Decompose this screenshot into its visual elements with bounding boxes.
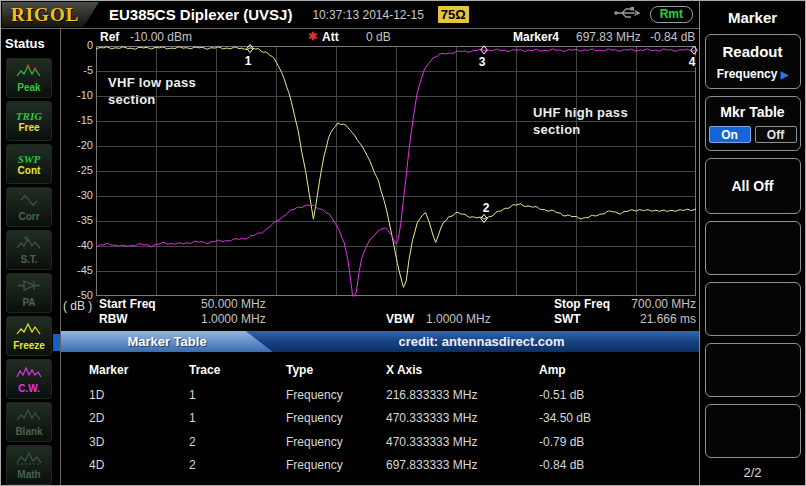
- status-item-preamp: PA: [6, 273, 52, 313]
- softkey-menu-panel: Marker Readout Frequency ▶ Mkr Table On …: [699, 1, 805, 485]
- start-freq-value: 50.000 MHz: [201, 297, 266, 311]
- mkr-table-label: Mkr Table: [720, 104, 784, 120]
- status-item-corr: Corr: [6, 187, 52, 227]
- y-tick: -40: [61, 239, 93, 251]
- status-label: PA: [22, 297, 35, 308]
- status-label: Free: [18, 122, 39, 133]
- status-item-blank: Blank: [6, 402, 52, 442]
- credit-text: credit: antennasdirect.com: [273, 331, 690, 352]
- cell-xaxis: 697.833333 MHz: [386, 458, 539, 472]
- col-type: Type: [286, 363, 386, 377]
- titlebar-right: Rmt: [613, 6, 693, 24]
- status-item-cw: C.W.: [6, 359, 52, 399]
- preamp-icon: [16, 278, 42, 297]
- y-tick: -5: [61, 64, 93, 76]
- status-item-trigger: TRIG Free: [6, 101, 52, 141]
- svg-text:2: 2: [483, 201, 490, 215]
- status-label: Math: [17, 469, 40, 480]
- marker-table-header-row: Marker Trace Type X Axis Amp: [61, 357, 700, 383]
- submenu-arrow-icon: ▶: [781, 69, 789, 80]
- analyzer-screen: RIGOL EU385CS Diplexer (UVSJ) 10:37:13 2…: [0, 0, 806, 486]
- table-row: 2D 1 Frequency 470.333333 MHz -34.50 dB: [61, 407, 700, 431]
- softkey-blank[interactable]: [705, 221, 801, 275]
- cell-type: Frequency: [286, 411, 386, 425]
- all-off-button[interactable]: All Off: [705, 158, 801, 214]
- rigol-logo: RIGOL: [2, 2, 99, 27]
- cell-trace: 1: [189, 388, 286, 402]
- status-item-peak: Peak: [6, 58, 52, 98]
- marker-readout-freq: 697.83 MHz: [576, 30, 641, 44]
- cell-amp: -34.50 dB: [539, 411, 700, 425]
- att-label: Att: [322, 30, 339, 44]
- status-item-freeze: Freeze: [6, 316, 52, 356]
- menu-title: Marker: [728, 9, 777, 26]
- marker-table-title: Marker Table: [127, 334, 206, 349]
- swt-value: 21.666 ms: [606, 312, 696, 326]
- marker-readout-amp: -0.84 dB: [650, 30, 695, 44]
- status-item-math: Math: [6, 445, 52, 485]
- marker-table: Marker Trace Type X Axis Amp 1D 1 Freque…: [61, 357, 700, 477]
- impedance-badge: 75Ω: [438, 6, 469, 23]
- blank-waveform-icon: [16, 407, 42, 426]
- vbw-label: VBW: [386, 312, 414, 326]
- status-label: Corr: [18, 211, 39, 222]
- y-axis-unit: ( dB ): [63, 299, 92, 313]
- status-label: Cont: [18, 165, 41, 176]
- ref-value: -10.00 dBm: [130, 30, 192, 44]
- cell-marker: 4D: [89, 458, 189, 472]
- table-row: 3D 2 Frequency 470.333333 MHz -0.79 dB: [61, 430, 700, 454]
- y-tick: -20: [61, 139, 93, 151]
- cw-waveform-icon: [16, 364, 42, 383]
- softkey-blank[interactable]: [705, 343, 801, 397]
- cell-trace: 1: [189, 411, 286, 425]
- cell-xaxis: 470.333333 MHz: [386, 411, 539, 425]
- readout-value: Frequency ▶: [717, 67, 789, 81]
- usb-icon: [613, 6, 640, 24]
- att-override-star: ✱: [308, 30, 317, 43]
- cell-type: Frequency: [286, 458, 386, 472]
- correction-icon: [16, 193, 42, 211]
- remote-indicator: Rmt: [650, 6, 693, 23]
- mkr-table-on-option[interactable]: On: [709, 126, 751, 143]
- table-row: 1D 1 Frequency 216.833333 MHz -0.51 dB: [61, 383, 700, 407]
- readout-label: Readout: [723, 43, 783, 60]
- peak-waveform-icon: [16, 63, 42, 82]
- y-tick: -10: [61, 89, 93, 101]
- swp-text-icon: SWP: [18, 153, 41, 165]
- softkey-blank[interactable]: [705, 404, 801, 458]
- marker-readout-label: Marker4: [513, 30, 559, 44]
- y-tick: -35: [61, 214, 93, 226]
- cell-marker: 1D: [89, 388, 189, 402]
- softkey-blank[interactable]: [705, 282, 801, 336]
- cell-trace: 2: [189, 435, 286, 449]
- status-item-sweep: SWP Cont: [6, 144, 52, 184]
- ref-label: Ref: [100, 30, 119, 44]
- y-tick: -25: [61, 164, 93, 176]
- readout-button[interactable]: Readout Frequency ▶: [705, 34, 801, 89]
- marker-table-title-block: Marker Table: [61, 331, 273, 352]
- cell-marker: 3D: [89, 435, 189, 449]
- status-label: C.W.: [18, 383, 40, 394]
- measurement-area: Ref -10.00 dBm ✱ Att 0 dB Marker4 697.83…: [61, 29, 699, 485]
- cell-trace: 2: [189, 458, 286, 472]
- y-tick: -45: [61, 264, 93, 276]
- svg-text:1: 1: [245, 54, 252, 68]
- mkr-table-button[interactable]: Mkr Table On Off: [705, 96, 801, 151]
- att-value: 0 dB: [366, 30, 391, 44]
- status-item-sweep-time: S.T.: [6, 230, 52, 270]
- table-row: 4D 2 Frequency 697.833333 MHz -0.84 dB: [61, 454, 700, 478]
- measurement-title: EU385CS Diplexer (UVSJ): [109, 6, 292, 23]
- cell-amp: -0.79 dB: [539, 435, 700, 449]
- status-sidebar: Status Peak TRIG Free SWP Cont: [1, 29, 61, 485]
- status-label: S.T.: [20, 254, 37, 265]
- col-marker: Marker: [89, 363, 189, 377]
- start-freq-label: Start Freq: [99, 297, 156, 311]
- y-tick: -15: [61, 114, 93, 126]
- col-amp: Amp: [539, 363, 700, 377]
- stop-freq-label: Stop Freq: [554, 297, 610, 311]
- math-waveform-icon: [16, 450, 42, 469]
- cell-marker: 2D: [89, 411, 189, 425]
- cell-xaxis: 216.833333 MHz: [386, 388, 539, 402]
- mkr-table-off-option[interactable]: Off: [755, 126, 797, 143]
- svg-text:3: 3: [479, 55, 486, 69]
